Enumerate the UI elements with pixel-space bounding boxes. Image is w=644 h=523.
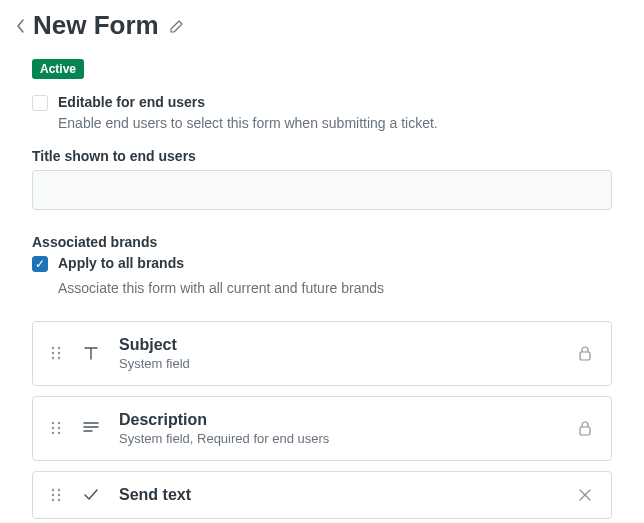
svg-point-1 bbox=[58, 347, 60, 349]
svg-point-14 bbox=[52, 489, 54, 491]
drag-handle-icon[interactable] bbox=[49, 345, 63, 361]
svg-point-10 bbox=[58, 427, 60, 429]
back-chevron-icon[interactable] bbox=[16, 18, 25, 34]
svg-point-3 bbox=[58, 352, 60, 354]
title-field-label: Title shown to end users bbox=[32, 148, 628, 164]
field-card[interactable]: Description System field, Required for e… bbox=[32, 396, 612, 461]
lock-icon bbox=[575, 345, 595, 361]
svg-point-15 bbox=[58, 489, 60, 491]
status-badge: Active bbox=[32, 59, 84, 79]
svg-point-5 bbox=[58, 357, 60, 359]
editable-label: Editable for end users bbox=[58, 93, 438, 113]
field-card[interactable]: Subject System field bbox=[32, 321, 612, 386]
apply-all-brands-checkbox[interactable]: ✓ bbox=[32, 256, 48, 272]
svg-point-17 bbox=[58, 494, 60, 496]
editable-helper: Enable end users to select this form whe… bbox=[58, 113, 438, 134]
title-input[interactable] bbox=[32, 170, 612, 210]
check-field-icon bbox=[81, 486, 101, 504]
field-meta: System field, Required for end users bbox=[119, 431, 557, 446]
svg-point-4 bbox=[52, 357, 54, 359]
svg-point-8 bbox=[58, 422, 60, 424]
checkmark-icon: ✓ bbox=[35, 258, 45, 270]
field-name: Subject bbox=[119, 336, 557, 354]
editable-checkbox[interactable] bbox=[32, 95, 48, 111]
svg-point-2 bbox=[52, 352, 54, 354]
svg-point-9 bbox=[52, 427, 54, 429]
field-name: Description bbox=[119, 411, 557, 429]
svg-point-16 bbox=[52, 494, 54, 496]
drag-handle-icon[interactable] bbox=[49, 487, 63, 503]
page-title: New Form bbox=[33, 10, 159, 41]
svg-rect-13 bbox=[580, 427, 590, 435]
edit-title-icon[interactable] bbox=[169, 18, 185, 34]
apply-all-brands-helper: Associate this form with all current and… bbox=[58, 279, 628, 299]
svg-point-12 bbox=[58, 432, 60, 434]
svg-point-19 bbox=[58, 499, 60, 501]
remove-field-icon[interactable] bbox=[575, 488, 595, 502]
associated-brands-label: Associated brands bbox=[32, 234, 628, 250]
multiline-field-icon bbox=[81, 419, 101, 437]
svg-rect-6 bbox=[580, 352, 590, 360]
drag-handle-icon[interactable] bbox=[49, 420, 63, 436]
text-field-icon bbox=[81, 344, 101, 362]
svg-point-11 bbox=[52, 432, 54, 434]
field-meta: System field bbox=[119, 356, 557, 371]
svg-point-7 bbox=[52, 422, 54, 424]
svg-point-0 bbox=[52, 347, 54, 349]
apply-all-brands-label: Apply to all brands bbox=[58, 254, 184, 274]
lock-icon bbox=[575, 420, 595, 436]
field-card[interactable]: Send text bbox=[32, 471, 612, 519]
svg-point-18 bbox=[52, 499, 54, 501]
field-name: Send text bbox=[119, 486, 557, 504]
